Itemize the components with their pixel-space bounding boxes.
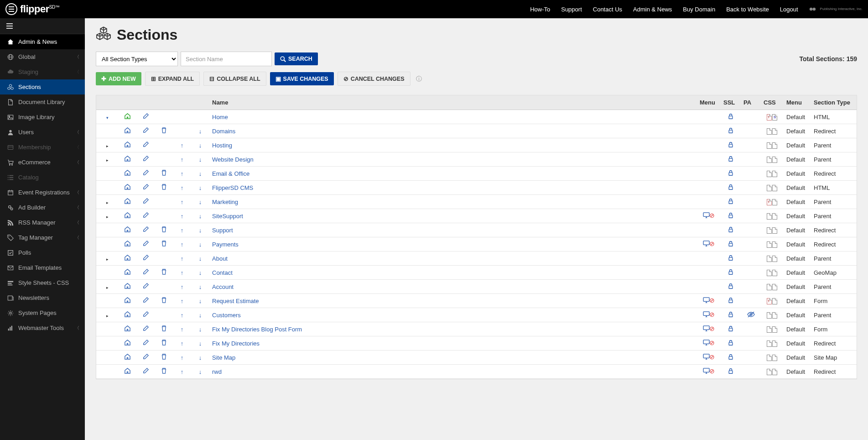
sidebar-item-document-library[interactable]: Document Library bbox=[0, 94, 85, 110]
home-link[interactable] bbox=[118, 110, 136, 124]
sidebar-item-users[interactable]: Users〈 bbox=[0, 125, 85, 140]
section-link[interactable]: FlipperSD CMS bbox=[212, 184, 253, 191]
sidebar-toggle[interactable] bbox=[0, 18, 85, 34]
move-up[interactable]: ↑ bbox=[173, 209, 191, 223]
sidebar-item-event-registrations[interactable]: Event Registrations〈 bbox=[0, 185, 85, 200]
delete-link[interactable] bbox=[155, 336, 173, 351]
move-down[interactable]: ↓ bbox=[191, 195, 209, 209]
section-type-select[interactable]: All Section Types bbox=[96, 52, 178, 66]
edit-link[interactable] bbox=[136, 308, 155, 322]
move-up[interactable]: ↑ bbox=[173, 365, 191, 379]
delete-link[interactable] bbox=[155, 237, 173, 251]
css-icons[interactable] bbox=[761, 138, 784, 152]
css-icons[interactable] bbox=[761, 308, 784, 322]
css-icons[interactable] bbox=[761, 152, 784, 167]
move-up[interactable]: ↑ bbox=[173, 195, 191, 209]
move-up[interactable]: ↑ bbox=[173, 351, 191, 365]
css-icons[interactable] bbox=[761, 365, 784, 379]
nav-support[interactable]: Support bbox=[561, 6, 582, 13]
sidebar-item-admin-news[interactable]: Admin & News bbox=[0, 34, 85, 49]
css-icons[interactable] bbox=[761, 251, 784, 266]
move-up[interactable]: ↑ bbox=[173, 167, 191, 181]
delete-link[interactable] bbox=[155, 365, 173, 379]
css-icons[interactable] bbox=[761, 280, 784, 294]
move-up[interactable]: ↑ bbox=[173, 308, 191, 322]
section-link[interactable]: Marketing bbox=[212, 199, 238, 205]
move-up[interactable]: ↑ bbox=[173, 294, 191, 308]
search-button[interactable]: SEARCH bbox=[275, 52, 318, 65]
sidebar-item-catalog[interactable]: Catalog bbox=[0, 170, 85, 185]
home-link[interactable] bbox=[118, 237, 136, 251]
logo[interactable]: flipperSD™ bbox=[5, 3, 59, 15]
home-link[interactable] bbox=[118, 280, 136, 294]
move-up[interactable]: ↑ bbox=[173, 266, 191, 280]
nav-howto[interactable]: How-To bbox=[530, 6, 550, 13]
move-down[interactable]: ↓ bbox=[191, 308, 209, 322]
move-down[interactable]: ↓ bbox=[191, 322, 209, 336]
home-link[interactable] bbox=[118, 308, 136, 322]
edit-link[interactable] bbox=[136, 251, 155, 266]
css-icons[interactable] bbox=[761, 266, 784, 280]
section-link[interactable]: Hosting bbox=[212, 142, 232, 149]
sidebar-item-ad-builder[interactable]: Ad Builder〈 bbox=[0, 200, 85, 215]
sidebar-item-tag-manager[interactable]: Tag Manager〈 bbox=[0, 230, 85, 245]
section-link[interactable]: Domains bbox=[212, 128, 235, 135]
sidebar-item-membership[interactable]: Membership〈 bbox=[0, 140, 85, 155]
expand-toggle[interactable]: ▾ bbox=[96, 110, 118, 124]
edit-link[interactable] bbox=[136, 322, 155, 336]
css-icons[interactable] bbox=[761, 110, 784, 124]
css-icons[interactable] bbox=[761, 322, 784, 336]
edit-link[interactable] bbox=[136, 110, 155, 124]
css-icons[interactable] bbox=[761, 294, 784, 308]
move-up[interactable]: ↑ bbox=[173, 181, 191, 195]
move-down[interactable]: ↓ bbox=[191, 280, 209, 294]
nav-admin-news[interactable]: Admin & News bbox=[633, 6, 672, 13]
move-down[interactable]: ↓ bbox=[191, 294, 209, 308]
home-link[interactable] bbox=[118, 294, 136, 308]
section-link[interactable]: Support bbox=[212, 227, 233, 234]
move-up[interactable]: ↑ bbox=[173, 280, 191, 294]
section-link[interactable]: Request Estimate bbox=[212, 298, 259, 304]
expand-toggle[interactable]: ▸ bbox=[96, 195, 118, 209]
home-link[interactable] bbox=[118, 209, 136, 223]
info-icon[interactable]: ⓘ bbox=[416, 75, 422, 83]
move-down[interactable]: ↓ bbox=[191, 209, 209, 223]
move-up[interactable]: ↑ bbox=[173, 251, 191, 266]
edit-link[interactable] bbox=[136, 124, 155, 138]
edit-link[interactable] bbox=[136, 336, 155, 351]
expand-toggle[interactable]: ▸ bbox=[96, 251, 118, 266]
move-up[interactable]: ↑ bbox=[173, 322, 191, 336]
expand-all-button[interactable]: ⊞ EXPAND ALL bbox=[145, 72, 200, 86]
expand-toggle[interactable]: ▸ bbox=[96, 209, 118, 223]
delete-link[interactable] bbox=[155, 294, 173, 308]
section-name-input[interactable] bbox=[181, 52, 272, 66]
move-down[interactable]: ↓ bbox=[191, 181, 209, 195]
nav-back-to-website[interactable]: Back to Website bbox=[726, 6, 769, 13]
home-link[interactable] bbox=[118, 181, 136, 195]
home-link[interactable] bbox=[118, 322, 136, 336]
home-link[interactable] bbox=[118, 124, 136, 138]
sidebar-item-email-templates[interactable]: Email Templates bbox=[0, 260, 85, 275]
nav-contact[interactable]: Contact Us bbox=[593, 6, 622, 13]
delete-link[interactable] bbox=[155, 322, 173, 336]
section-link[interactable]: About bbox=[212, 255, 228, 262]
expand-toggle[interactable]: ▸ bbox=[96, 138, 118, 152]
section-link[interactable]: Home bbox=[212, 114, 228, 120]
home-link[interactable] bbox=[118, 336, 136, 351]
move-down[interactable]: ↓ bbox=[191, 167, 209, 181]
expand-toggle[interactable]: ▸ bbox=[96, 152, 118, 167]
section-link[interactable]: Fix My Directories bbox=[212, 340, 260, 347]
nav-logout[interactable]: Logout bbox=[780, 6, 798, 13]
sidebar-item-rss-manager[interactable]: RSS Manager〈 bbox=[0, 215, 85, 230]
section-link[interactable]: Customers bbox=[212, 312, 241, 319]
move-down[interactable]: ↓ bbox=[191, 237, 209, 251]
move-down[interactable]: ↓ bbox=[191, 124, 209, 138]
css-icons[interactable] bbox=[761, 237, 784, 251]
section-link[interactable]: Fix My Directories Blog Post Form bbox=[212, 326, 302, 333]
move-up[interactable]: ↑ bbox=[173, 336, 191, 351]
save-changes-button[interactable]: ▣ SAVE CHANGES bbox=[270, 72, 334, 85]
edit-link[interactable] bbox=[136, 266, 155, 280]
edit-link[interactable] bbox=[136, 195, 155, 209]
sidebar-item-global[interactable]: Global〈 bbox=[0, 49, 85, 64]
css-icons[interactable] bbox=[761, 336, 784, 351]
